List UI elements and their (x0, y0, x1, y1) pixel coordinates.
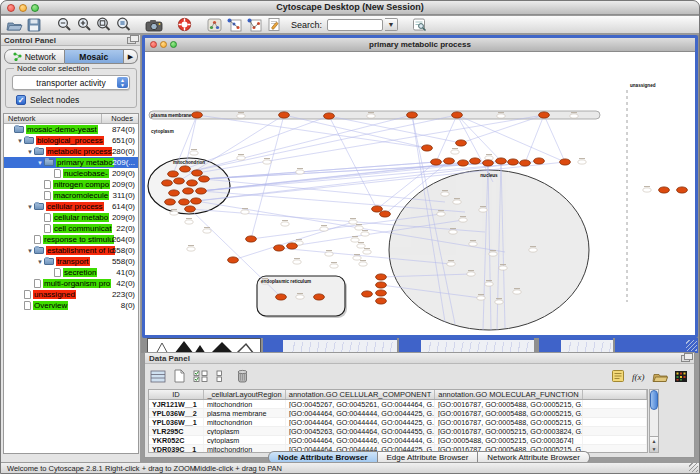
tree-row-establishment-of-lo[interactable]: ▼establishment of lo558(0) (4, 245, 138, 256)
import-attributes-icon[interactable] (651, 368, 669, 384)
select-nodes-checkbox[interactable]: ✓ (16, 95, 26, 105)
maximize-icon[interactable] (31, 4, 39, 12)
network-window-titlebar[interactable]: primary metabolic process (145, 38, 695, 52)
table-cell: mitochondrion (204, 400, 286, 408)
file-icon (44, 191, 51, 200)
search-dropdown-icon[interactable]: ▼ (385, 18, 398, 31)
node-count: 874(0) (112, 125, 135, 134)
table-scrollbar[interactable]: ▲▼ (649, 389, 659, 453)
control-panel-title: Control Panel (1, 35, 140, 46)
select-attributes-icon[interactable] (191, 368, 209, 384)
attribute-notes-icon[interactable] (609, 368, 627, 384)
tree-row-multi-organism-pro[interactable]: multi-organism pro42(0) (4, 278, 138, 289)
tree-row-cellular-metabo[interactable]: cellular metabo209(0) (4, 212, 138, 223)
tree-row-unassigned[interactable]: unassigned223(0) (4, 289, 138, 300)
annotation-icon[interactable] (265, 17, 283, 33)
network-label: macromolecule (53, 191, 109, 200)
tab-overflow-arrow[interactable]: ▶ (124, 49, 138, 64)
background-window[interactable] (539, 338, 613, 353)
minimize-icon[interactable] (19, 4, 27, 12)
cytoscape-window: Cytoscape Desktop (New Session) (0, 0, 700, 474)
tab-mosaic[interactable]: Mosaic (65, 49, 125, 64)
tree-row-mosaic-demo-yeast[interactable]: mosaic-demo-yeast874(0) (4, 124, 138, 135)
network-tree-icon (13, 52, 22, 61)
column-header[interactable]: annotation.GO MOLECULAR_FUNCTION (435, 390, 583, 399)
close-icon[interactable] (7, 4, 15, 12)
zoom-selected-icon[interactable] (95, 17, 113, 33)
expand-arrow-icon[interactable]: ▼ (26, 204, 34, 210)
expand-arrow-icon[interactable]: ▼ (26, 248, 34, 254)
advanced-search-icon[interactable] (410, 17, 428, 33)
snapshot-icon[interactable] (145, 17, 163, 33)
window-close-icon[interactable] (150, 41, 157, 48)
column-header[interactable]: _cellularLayoutRegion (204, 390, 286, 399)
help-icon[interactable] (175, 17, 193, 33)
zoom-fit-icon[interactable] (115, 17, 133, 33)
resize-grip-icon[interactable] (689, 463, 698, 472)
table-row[interactable]: YPL036W__1mitochondrion[GO:0044464, GO:0… (149, 418, 647, 427)
tree-row-response-to-stimulu[interactable]: response to stimulu264(0) (4, 234, 138, 245)
new-attribute-icon[interactable] (170, 368, 188, 384)
tree-row-cell-communicat[interactable]: cell communicat22(0) (4, 223, 138, 234)
column-header[interactable] (583, 390, 647, 399)
function-builder-icon[interactable]: f(x) (630, 368, 648, 384)
tree-row-cellular-process[interactable]: ▼cellular process614(0) (4, 201, 138, 212)
background-window[interactable] (147, 338, 261, 353)
background-window[interactable] (399, 338, 534, 353)
network-label: response to stimulu (43, 235, 114, 244)
expand-arrow-icon[interactable]: ▼ (26, 149, 34, 155)
expand-arrow-icon[interactable]: ▼ (36, 160, 44, 166)
node-color-dropdown[interactable]: transporter activity ▲▼ (12, 75, 130, 90)
tree-row-transport[interactable]: ▼transport558(0) (4, 256, 138, 267)
tree-row-nitrogen-compo[interactable]: nitrogen compo209(0) (4, 179, 138, 190)
layout-edges-icon[interactable] (245, 17, 263, 33)
save-icon[interactable] (25, 17, 43, 33)
float-panel-icon[interactable] (127, 37, 136, 44)
table-row[interactable]: YPL036W__2plasma membrane[GO:0044464, GO… (149, 409, 647, 418)
table-cell: [GO:0016787, GO:0005488, GO:0005215, G..… (435, 400, 583, 408)
table-row[interactable]: YJR121W__1mitochondrion[GO:0045267, GO:0… (149, 400, 647, 409)
table-cell: cytoplasm (204, 427, 286, 435)
window-maximize-icon[interactable] (170, 41, 177, 48)
column-header[interactable]: ID (149, 390, 204, 399)
table-cell: YKR052C (149, 436, 204, 444)
tree-row-primary-metabo[interactable]: ▼primary metabo209(... (4, 157, 138, 168)
heatmap-icon[interactable] (672, 368, 690, 384)
table-cell: [GO:0045263, GO:0044464, GO:0044455, G..… (286, 427, 435, 435)
search-input[interactable] (327, 19, 383, 31)
expand-arrow-icon[interactable]: ▼ (16, 138, 24, 144)
attribute-table-icon[interactable] (149, 368, 167, 384)
svg-text:plasma membrane: plasma membrane (151, 113, 192, 118)
tree-row-macromolecule[interactable]: macromolecule311(0) (4, 190, 138, 201)
float-data-panel-icon[interactable] (681, 355, 690, 362)
background-window[interactable] (263, 338, 397, 353)
resize-grip-icon[interactable] (686, 340, 697, 351)
layout-nodes-icon[interactable] (225, 17, 243, 33)
table-row[interactable]: YLR295Ccytoplasm[GO:0045263, GO:0044464,… (149, 427, 647, 436)
zoom-out-icon[interactable] (55, 17, 73, 33)
node-count: 651(0) (112, 136, 135, 145)
zoom-in-icon[interactable] (75, 17, 93, 33)
vizmapper-icon[interactable] (205, 17, 223, 33)
tree-row-biological-process[interactable]: ▼biological_process651(0) (4, 135, 138, 146)
expand-arrow-icon[interactable]: ▼ (36, 259, 44, 265)
tab-network[interactable]: Network (4, 49, 65, 64)
tree-row-overview[interactable]: Overview8(0) (4, 300, 138, 311)
tree-row-secretion[interactable]: secretion41(0) (4, 267, 138, 278)
unselect-attributes-icon[interactable] (212, 368, 230, 384)
network-canvas[interactable]: plasma membranecytoplasmmitochondrionnuc… (145, 52, 695, 335)
tree-row-metabolic-process[interactable]: ▼metabolic process280(0) (4, 146, 138, 157)
delete-attribute-icon[interactable] (233, 368, 251, 384)
node-count: 280(0) (112, 147, 135, 156)
table-cell: mitochondrion (204, 418, 286, 426)
tree-row-nucleobase-[interactable]: nucleobase-209(0) (4, 168, 138, 179)
open-icon[interactable] (5, 17, 23, 33)
table-row[interactable]: YKR052Ccytoplasm[GO:0044464, GO:0044446,… (149, 436, 647, 445)
status-pan-hint: Middle-click + drag to PAN (194, 463, 282, 474)
column-header[interactable]: annotation.GO CELLULAR_COMPONENT (286, 390, 435, 399)
scrollbar-arrows[interactable]: ▲▼ (650, 436, 658, 452)
node-count: 42(0) (116, 279, 135, 288)
scrollbar-thumb[interactable] (650, 390, 658, 410)
window-minimize-icon[interactable] (160, 41, 167, 48)
background-window[interactable] (615, 338, 698, 353)
